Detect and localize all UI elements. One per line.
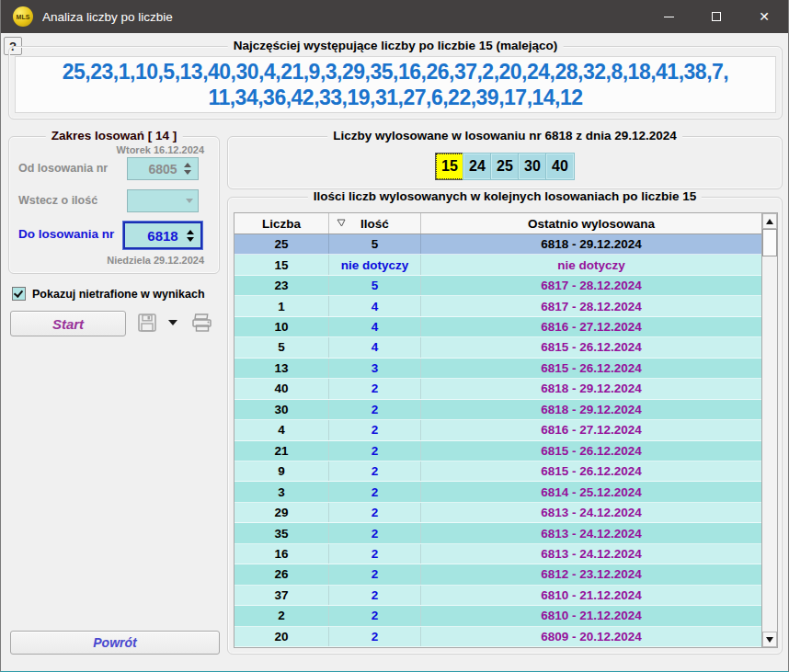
column-header-ostatnio[interactable]: Ostatnio wylosowana (421, 213, 761, 233)
to-draw-spinner[interactable]: 6818 (123, 222, 202, 249)
drawn-number-cell-highlighted[interactable]: 15 (436, 154, 463, 179)
cell-liczba: 4 (234, 420, 329, 439)
table-row[interactable]: 16 2 6813 - 24.12.2024 (234, 544, 761, 564)
table-row[interactable]: 30 2 6818 - 29.12.2024 (234, 400, 761, 420)
cell-ostatnio: 6818 - 29.12.2024 (421, 234, 761, 254)
table-row[interactable]: 29 2 6813 - 24.12.2024 (234, 503, 761, 523)
start-button-label: Start (52, 316, 84, 332)
to-draw-spin-buttons[interactable] (187, 223, 198, 247)
cell-liczba: 37 (234, 586, 329, 605)
frequent-numbers-title: Najczęściej występujące liczby po liczbi… (228, 39, 564, 52)
cell-ilosc: 2 (329, 606, 421, 625)
spin-down-icon (187, 237, 194, 242)
table-row[interactable]: 10 4 6816 - 27.12.2024 (234, 317, 761, 337)
drawn-number-cell[interactable]: 25 (491, 154, 519, 179)
column-header-ilosc[interactable]: Ilość (329, 213, 421, 233)
table-row[interactable]: 13 3 6815 - 26.12.2024 (234, 359, 761, 379)
cell-liczba: 35 (234, 523, 329, 542)
table-row[interactable]: 20 2 6809 - 20.12.2024 (234, 627, 761, 647)
cell-ostatnio: 6813 - 24.12.2024 (421, 544, 761, 564)
maximize-icon (712, 12, 721, 21)
table-row[interactable]: 25 5 6818 - 29.12.2024 (234, 234, 761, 255)
show-missed-checkbox-row[interactable]: Pokazuj nietrafione w wynikach (12, 287, 205, 301)
drawn-number-cell[interactable]: 30 (519, 154, 546, 179)
chevron-down-icon (186, 199, 193, 203)
cell-ilosc: 2 (329, 564, 421, 584)
cell-ostatnio: 6812 - 23.12.2024 (421, 564, 761, 584)
cell-ostatnio: 6815 - 26.12.2024 (421, 441, 761, 461)
spin-up-icon (187, 230, 194, 234)
return-button[interactable]: Powrót (10, 631, 220, 655)
show-missed-label: Pokazuj nietrafione w wynikach (32, 288, 205, 301)
table-row[interactable]: 3 2 6814 - 25.12.2024 (234, 482, 761, 502)
cell-liczba: 5 (234, 337, 329, 357)
column-header-liczba[interactable]: Liczba (234, 213, 329, 233)
table-row[interactable]: 2 2 6810 - 21.12.2024 (234, 606, 761, 626)
table-row[interactable]: 21 2 6815 - 26.12.2024 (234, 441, 761, 461)
table-row[interactable]: 40 2 6818 - 29.12.2024 (234, 379, 761, 399)
cell-liczba: 16 (234, 544, 329, 564)
cell-liczba: 29 (234, 503, 329, 522)
return-button-label: Powrót (93, 635, 136, 650)
maximize-button[interactable] (692, 0, 740, 33)
cell-ostatnio: 6810 - 21.12.2024 (421, 586, 761, 605)
cell-liczba: 2 (234, 606, 329, 625)
scroll-down-button[interactable] (762, 632, 777, 647)
scrollbar-thumb[interactable] (762, 229, 777, 256)
cell-liczba: 9 (234, 461, 329, 481)
close-button[interactable]: ✕ (740, 0, 788, 33)
table-row[interactable]: 5 4 6815 - 26.12.2024 (234, 337, 761, 358)
cell-ilosc: 4 (329, 296, 421, 315)
cell-ostatnio: 6817 - 28.12.2024 (421, 276, 761, 295)
save-options-dropdown-icon[interactable] (168, 320, 177, 325)
table-row[interactable]: 37 2 6810 - 21.12.2024 (234, 586, 761, 606)
cell-ostatnio: 6815 - 26.12.2024 (421, 359, 761, 378)
scroll-up-button[interactable] (762, 213, 777, 229)
table-scrollbar[interactable] (761, 213, 777, 647)
cell-ilosc: 2 (329, 420, 421, 439)
cell-liczba: 10 (234, 317, 329, 336)
drawn-number-cell[interactable]: 24 (463, 154, 491, 179)
print-icon[interactable] (190, 313, 214, 333)
cell-ostatnio: 6816 - 27.12.2024 (421, 317, 761, 336)
results-table: Liczba Ilość Ostatnio wylosowana 25 5 68… (234, 212, 778, 648)
cell-ostatnio: 6816 - 27.12.2024 (421, 420, 761, 439)
cell-ilosc: 3 (329, 359, 421, 378)
show-missed-checkbox[interactable] (12, 287, 26, 301)
table-row[interactable]: 4 2 6816 - 27.12.2024 (234, 420, 761, 440)
table-row[interactable]: 15 nie dotyczy nie dotyczy (234, 255, 761, 275)
cell-ilosc: 4 (329, 317, 421, 336)
scroll-down-icon (766, 637, 773, 643)
from-draw-spin-buttons[interactable] (184, 158, 195, 179)
start-button[interactable]: Start (10, 311, 126, 336)
scrollbar-track[interactable] (762, 256, 777, 632)
drawn-numbers-strip: 15 24 25 30 40 (436, 154, 574, 179)
cell-ostatnio: 6814 - 25.12.2024 (421, 482, 761, 501)
cell-ilosc: 2 (329, 379, 421, 398)
table-row[interactable]: 35 2 6813 - 24.12.2024 (234, 523, 761, 543)
drawn-number-cell[interactable]: 40 (546, 154, 574, 179)
scroll-up-icon (766, 219, 773, 224)
app-window: MLS Analiza liczby po liczbie ✕ ? Najczę… (0, 0, 789, 672)
table-row[interactable]: 1 4 6817 - 28.12.2024 (234, 296, 761, 316)
cell-ostatnio: 6818 - 29.12.2024 (421, 400, 761, 419)
cell-liczba: 25 (234, 234, 329, 254)
table-row[interactable]: 9 2 6815 - 26.12.2024 (234, 461, 761, 482)
minimize-button[interactable] (645, 0, 692, 33)
back-count-label: Wstecz o ilość (18, 194, 97, 207)
cell-liczba: 1 (234, 296, 329, 315)
range-title: Zakres losowań [ 14 ] (46, 129, 183, 142)
table-row[interactable]: 26 2 6812 - 23.12.2024 (234, 564, 761, 585)
cell-ostatnio: 6818 - 29.12.2024 (421, 379, 761, 398)
save-icon[interactable] (137, 313, 157, 333)
column-header-ilosc-label: Ilość (360, 217, 389, 231)
to-draw-label: Do losowania nr (18, 227, 114, 241)
cell-ostatnio: 6809 - 20.12.2024 (421, 627, 761, 646)
range-to-date: Niedziela 29.12.2024 (107, 255, 204, 266)
from-draw-spinner[interactable]: 6805 (127, 157, 199, 180)
back-count-combobox[interactable] (127, 189, 199, 212)
titlebar[interactable]: MLS Analiza liczby po liczbie ✕ (1, 0, 788, 33)
drawn-numbers-group: Liczby wylosowane w losowaniu nr 6818 z … (227, 136, 783, 189)
checkmark-icon (14, 288, 23, 298)
table-row[interactable]: 23 5 6817 - 28.12.2024 (234, 276, 761, 296)
